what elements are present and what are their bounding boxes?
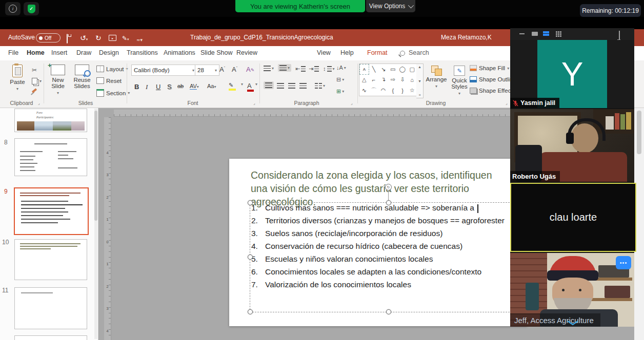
tab-format[interactable]: Format [367,49,388,56]
align-right-button[interactable] [288,83,295,89]
font-size-combobox[interactable]: 28▾ [195,65,219,76]
decrease-font-button[interactable]: Aˇ [232,66,237,73]
shape-star-icon[interactable]: ☆ [407,85,417,96]
highlight-caret[interactable]: ▾ [241,82,243,87]
shape-brace-right-icon[interactable]: } [398,85,408,96]
participant-tile-yasmin[interactable]: Y Yasmin jalil [510,40,634,108]
reset-button[interactable]: Reset [96,77,122,84]
participant-tile-clau-active[interactable]: clau loarte [510,183,636,252]
shapes-gallery[interactable]: A ╲ ↘ ▭ ◯ ▢ △ ⌐ ↴ ⇨ ⇩ ⌂ ∿ ⌒ ◠ { } ☆ [359,63,417,96]
thumbnail-scrollbar-thumb[interactable] [94,111,97,221]
tab-home[interactable]: Home [27,49,45,56]
collapse-chevron-icon[interactable] [567,321,579,326]
strip-view-icon-active[interactable] [543,31,549,36]
change-case-button[interactable]: Aa▾ [207,83,216,89]
font-dialog-launcher[interactable]: ⌟ [253,101,255,105]
text-highlight-button[interactable]: ✎ [229,82,233,89]
section-button[interactable]: Section ▾ [96,89,130,97]
columns-button[interactable]: ▾ [315,83,325,89]
align-center-button[interactable] [277,83,284,89]
align-left-button[interactable] [264,81,274,89]
resize-handle-bottom-left[interactable] [248,309,253,314]
pen-input-button[interactable]: ✎▾ [122,33,129,42]
shape-rectangle-icon[interactable]: ▭ [388,64,398,75]
tab-slide-show[interactable]: Slide Show [200,49,233,56]
autosave-toggle[interactable]: Off [36,33,61,42]
shape-triangle-icon[interactable]: △ [359,75,369,86]
increase-indent-button[interactable]: ⇥ [309,66,319,72]
speaker-view-icon[interactable] [532,32,538,36]
shape-elbow-arrow-icon[interactable]: ↴ [378,75,388,86]
thumbnail-slide-8[interactable] [14,138,87,176]
numbering-button[interactable]: ▾ [278,64,291,72]
minimize-panel-icon[interactable] [519,33,525,34]
clipboard-dialog-launcher[interactable]: ⌟ [38,101,40,105]
reuse-slides-button[interactable]: Reuse Slides [71,65,93,89]
shape-effects-button[interactable]: Shape Effects [470,88,515,94]
resize-handle-top-center[interactable] [386,200,391,205]
save-button[interactable] [67,34,68,44]
justify-button[interactable] [299,83,307,89]
italic-button[interactable]: I [146,83,148,91]
align-text-button[interactable]: ⊟▾ [336,76,344,83]
shape-line-icon[interactable]: ╲ [369,64,379,75]
thumbnail-slide-10[interactable] [14,239,87,280]
more-options-button[interactable]: ••• [616,256,631,269]
resize-handle-top-left[interactable] [248,200,253,205]
drawing-dialog-launcher[interactable]: ⌟ [506,101,508,105]
tab-review[interactable]: Review [236,49,257,56]
paste-button[interactable]: Paste ▾ [6,65,29,91]
participant-tile-roberto[interactable]: Roberto Ugás [510,109,634,182]
tab-transitions[interactable]: Transitions [127,49,158,56]
thumbnail-slide-12-partial[interactable] [14,335,87,340]
participant-tile-jeff[interactable]: ••• Jeff, Access Agriculture [510,253,634,327]
resize-handle-middle-left[interactable] [248,254,253,260]
undo-button[interactable]: ↺▾ [80,33,88,42]
popout-panel-icon[interactable] [619,31,620,40]
arrange-button[interactable]: Arrange ▾ [425,66,448,89]
format-painter-button[interactable] [32,90,37,92]
shape-flowchart-icon[interactable]: ⌂ [407,75,417,86]
smartart-button[interactable]: ⊞▾ [336,88,344,95]
layout-button[interactable]: Layout ▾ [96,66,128,72]
strikethrough-button[interactable]: ab [177,83,184,89]
shape-curve-icon[interactable]: ⌒ [369,85,379,96]
meeting-info-button[interactable]: i [5,2,21,15]
text-direction-button[interactable]: ↓A▾ [336,65,346,71]
security-button[interactable]: ✓ [24,2,39,15]
document-scrollbar-thumb[interactable] [637,111,641,154]
tab-help[interactable]: Help [340,49,354,56]
tab-draw[interactable]: Draw [76,49,91,56]
gallery-view-icon[interactable] [556,31,557,33]
tab-design[interactable]: Design [99,49,119,56]
tab-view[interactable]: View [317,49,331,56]
copy-button[interactable]: ▾ [32,78,42,84]
shape-scribble-icon[interactable]: ∿ [359,85,369,96]
shape-arc-icon[interactable]: ◠ [378,85,388,96]
search-box[interactable]: Search [409,49,429,56]
gallery-more-icon[interactable]: ≡ [418,93,420,97]
shape-arrow-icon[interactable]: ↘ [378,64,388,75]
bullets-button[interactable]: ▾ [264,66,274,71]
text-shadow-button[interactable]: S [167,83,172,91]
paragraph-dialog-launcher[interactable]: ⌟ [351,101,353,105]
view-options-button[interactable]: View Options [366,0,415,12]
shape-elbow-icon[interactable]: ⌐ [369,75,379,86]
shape-oval-icon[interactable]: ◯ [398,64,408,75]
cut-button[interactable]: ✂ [32,67,37,74]
bold-button[interactable]: B [134,83,139,91]
shape-fill-button[interactable]: Shape Fill ▾ [470,65,509,71]
shape-textbox-icon[interactable]: A [359,64,369,75]
font-name-combobox[interactable]: Calibri (Body)▾ [131,65,197,76]
clear-formatting-button[interactable]: A✎ [246,66,254,73]
thumbnail-scrollbar[interactable] [94,109,97,339]
gallery-up-icon[interactable]: ▲ [418,65,421,69]
redo-button[interactable]: ↻ [95,33,102,42]
shape-outline-button[interactable]: Shape Outline [470,76,516,82]
quick-styles-button[interactable]: ✎ Quick Styles ▾ [449,66,470,96]
gallery-down-icon[interactable]: ▼ [418,79,421,83]
font-color-button[interactable]: A [247,82,252,90]
thumbnail-slide-7-partial[interactable]: Foro Participantes: [14,109,87,132]
underline-button[interactable]: U [156,83,160,91]
thumbnail-slide-11[interactable] [14,287,87,329]
